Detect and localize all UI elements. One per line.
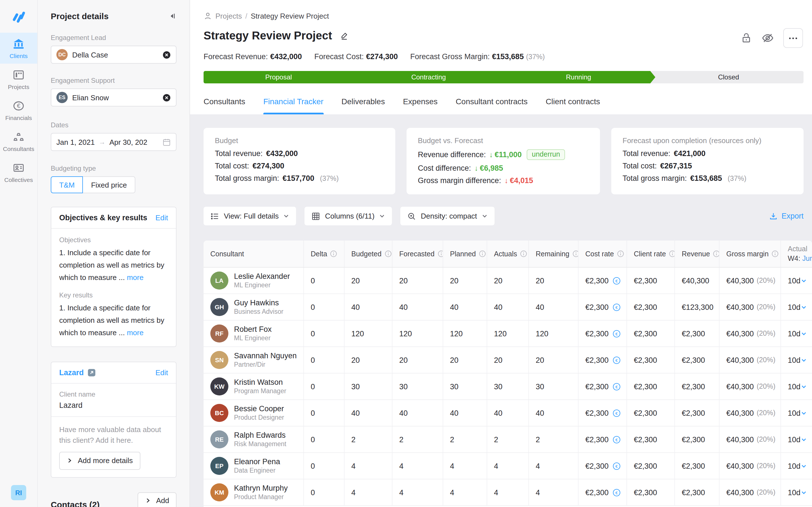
column-header-planned[interactable]: Planned	[443, 240, 487, 267]
app-logo-icon[interactable]	[0, 0, 37, 33]
table-row[interactable]: SNSavannah NguyenPartner/Dir02020202020€…	[204, 347, 812, 374]
client-edit-link[interactable]: Edit	[155, 369, 168, 377]
metric-label: Total revenue:	[215, 149, 263, 158]
sidebar-item-financials[interactable]: €Financials	[0, 95, 37, 126]
summary-cards: Budget Total revenue:€432,000 Total cost…	[204, 128, 804, 194]
currency-info-icon[interactable]: €	[613, 462, 621, 470]
column-header-client-rate[interactable]: Client rate	[627, 240, 675, 267]
column-header-consultant[interactable]: Consultant	[204, 240, 304, 267]
metric-label: Cost difference:	[418, 164, 471, 172]
density-dropdown[interactable]: Density: compact	[400, 207, 494, 225]
expand-row-icon[interactable]	[801, 357, 807, 363]
column-header-revenue[interactable]: Revenue	[675, 240, 719, 267]
tab-consultant-contracts[interactable]: Consultant contracts	[456, 97, 527, 114]
more-actions-button[interactable]	[783, 28, 803, 48]
currency-info-icon[interactable]: €	[613, 276, 621, 285]
table-row[interactable]: EPEleanor PenaData Engineer044444€2,300€…	[204, 453, 812, 480]
budgeting-option-tm[interactable]: T&M	[51, 176, 83, 193]
metric-value: €267,315	[660, 162, 692, 170]
expand-row-icon[interactable]	[801, 436, 807, 443]
budgeting-option-fixed[interactable]: Fixed price	[83, 176, 135, 193]
expand-row-icon[interactable]	[801, 277, 807, 284]
currency-info-icon[interactable]: €	[613, 382, 621, 391]
currency-info-icon[interactable]: €	[613, 488, 621, 497]
column-header-remaining[interactable]: Remaining	[529, 240, 578, 267]
tab-financial-tracker[interactable]: Financial Tracker	[263, 97, 323, 114]
currency-info-icon[interactable]: €	[613, 329, 621, 338]
column-header-gross-margin[interactable]: Gross margin	[719, 240, 781, 267]
sidebar-item-projects[interactable]: Projects	[0, 64, 37, 95]
cell-planned: 40	[443, 294, 487, 320]
column-header-forecasted[interactable]: Forecasted	[393, 240, 443, 267]
id-card-icon	[12, 162, 25, 174]
column-header-actual[interactable]: ActualW4: Jun 2021	[781, 240, 812, 267]
expand-row-icon[interactable]	[801, 330, 807, 337]
remove-icon[interactable]	[162, 93, 171, 102]
currency-info-icon[interactable]: €	[613, 303, 621, 311]
dates-input[interactable]: Jan 1, 2021 → Apr 30, 2021	[51, 133, 176, 151]
expand-row-icon[interactable]	[801, 410, 807, 416]
table-row[interactable]: LALeslie AlexanderML Engineer02020202020…	[204, 268, 812, 294]
table-row[interactable]: RERalph EdwardsRisk Management022222€2,3…	[204, 427, 812, 453]
column-header-cost-rate[interactable]: Cost rate	[578, 240, 627, 267]
sidebar-item-collectives[interactable]: Collectives	[0, 157, 37, 187]
objectives-more-link[interactable]: more	[127, 273, 144, 281]
sidebar-item-consultants[interactable]: Consultants	[0, 126, 37, 157]
okr-card: Objectives & key results Edit Objectives…	[51, 207, 176, 347]
currency-info-icon[interactable]: €	[613, 435, 621, 444]
cell-actual: 10d	[781, 453, 812, 479]
cell-delta: 0	[304, 480, 345, 505]
actual-date-link[interactable]: Jun 2021	[802, 255, 812, 263]
engagement-support-input[interactable]: ES Elian Snow	[51, 89, 176, 107]
table-row[interactable]: BCBessie CooperProduct Designer040404040…	[204, 400, 812, 427]
cell-delta: 0	[304, 374, 345, 399]
table-row[interactable]: KWKristin WatsonProgram Manager030303030…	[204, 374, 812, 400]
edit-title-icon[interactable]	[340, 31, 349, 41]
external-link-icon[interactable]	[87, 369, 96, 377]
table-row[interactable]: GHGuy HawkinsBusiness Advisor04040404040…	[204, 294, 812, 321]
add-more-details-button[interactable]: Add more details	[59, 452, 140, 470]
tab-deliverables[interactable]: Deliverables	[342, 97, 385, 114]
column-header-budgeted[interactable]: Budgeted	[345, 240, 393, 267]
currency-info-icon[interactable]: €	[613, 356, 621, 364]
underrun-badge: underrun	[527, 149, 565, 160]
export-button[interactable]: Export	[769, 212, 804, 220]
metric-label: Total gross margin:	[215, 174, 279, 182]
eye-off-icon[interactable]	[761, 32, 774, 44]
okr-edit-link[interactable]: Edit	[155, 214, 168, 222]
panel-title: Project details	[51, 11, 109, 21]
collapse-panel-icon[interactable]	[168, 12, 176, 20]
engagement-lead-input[interactable]: DC Della Case	[51, 46, 176, 64]
remove-icon[interactable]	[162, 50, 171, 59]
expand-row-icon[interactable]	[801, 304, 807, 310]
sidebar-item-clients[interactable]: Clients	[0, 33, 37, 64]
expand-row-icon[interactable]	[801, 489, 807, 496]
view-dropdown[interactable]: View: Full details	[204, 207, 296, 225]
breadcrumb-projects[interactable]: Projects	[215, 12, 242, 20]
columns-dropdown[interactable]: Columns (6/11)	[305, 207, 392, 225]
column-header-actuals[interactable]: Actuals	[487, 240, 529, 267]
column-header-delta[interactable]: Delta	[304, 240, 345, 267]
gross-margin-percent: (20%)	[757, 303, 776, 311]
cell-gross-margin: €40,300(20%)	[719, 453, 781, 479]
consultant-name: Kristin Watson	[234, 378, 286, 387]
expand-row-icon[interactable]	[801, 463, 807, 469]
avatar: BC	[210, 404, 229, 422]
tab-expenses[interactable]: Expenses	[403, 97, 438, 114]
add-contact-button[interactable]: Add	[138, 492, 176, 507]
nav-rail-items: ClientsProjects€FinancialsConsultantsCol…	[0, 33, 37, 187]
expand-row-icon[interactable]	[801, 383, 807, 390]
gross-margin-value: €40,300	[726, 276, 754, 285]
client-link[interactable]: Lazard	[59, 369, 84, 377]
arrow-right-icon: →	[99, 138, 105, 146]
tab-client-contracts[interactable]: Client contracts	[546, 97, 600, 114]
cell-revenue: €2,300	[675, 480, 719, 505]
key-results-more-link[interactable]: more	[127, 328, 144, 337]
lock-open-icon[interactable]	[741, 32, 752, 44]
table-row[interactable]: KMKathryn MurphyProduct Manager044444€2,…	[204, 480, 812, 506]
user-avatar[interactable]: RI	[11, 485, 26, 500]
table-row[interactable]: RFRobert FoxML Engineer0120120120120120€…	[204, 321, 812, 347]
tab-consultants[interactable]: Consultants	[204, 97, 245, 114]
currency-info-icon[interactable]: €	[613, 409, 621, 417]
cell-delta: 0	[304, 294, 345, 320]
